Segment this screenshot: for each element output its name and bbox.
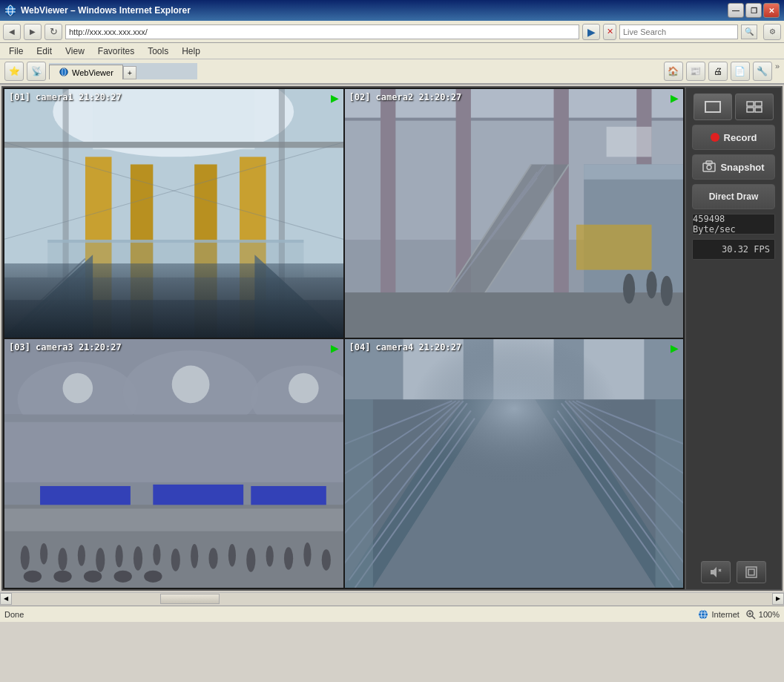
search-button[interactable]: 🔍: [741, 24, 757, 39]
svg-point-56: [172, 366, 210, 404]
record-button[interactable]: Record: [692, 125, 775, 150]
svg-rect-117: [747, 108, 754, 112]
svg-marker-122: [711, 567, 717, 577]
back-button[interactable]: ◀: [3, 24, 21, 40]
svg-point-79: [24, 571, 42, 583]
directdraw-label: Direct Draw: [709, 191, 759, 202]
svg-point-80: [53, 571, 71, 583]
ie-title-icon: [4, 4, 16, 16]
svg-point-63: [40, 543, 47, 564]
svg-point-83: [144, 571, 162, 583]
svg-rect-126: [748, 569, 754, 575]
tools-icon-button[interactable]: ⚙: [763, 24, 781, 40]
title-bar-left: WebViewer – Windows Internet Explorer: [4, 4, 191, 16]
scroll-right-button[interactable]: ▶: [772, 593, 784, 605]
camera-label-1: [01] camera1 21:20:27: [9, 92, 122, 102]
print-button[interactable]: 🖨: [708, 62, 728, 81]
refresh-button[interactable]: ↻: [45, 24, 62, 40]
minimize-button[interactable]: —: [728, 3, 744, 18]
toolbar-right: 🏠 📰 🖨 📄 🔧 »: [664, 62, 780, 81]
svg-rect-9: [4, 142, 343, 148]
svg-point-71: [191, 544, 198, 568]
menu-file[interactable]: File: [3, 44, 29, 59]
stop-button[interactable]: ✕: [603, 24, 616, 40]
svg-point-47: [622, 274, 634, 304]
tab-icon: [59, 67, 69, 79]
close-button[interactable]: ✕: [763, 3, 780, 18]
safety-button[interactable]: 🔧: [753, 62, 772, 81]
snapshot-button[interactable]: Snapshot: [692, 154, 775, 180]
svg-point-0: [5, 5, 16, 16]
camera-cell-4[interactable]: [04] camera4 21:20:27 ▶: [345, 339, 684, 588]
svg-line-132: [752, 616, 755, 619]
feeds-button[interactable]: 📡: [27, 62, 46, 81]
address-input[interactable]: [65, 24, 579, 39]
menu-edit[interactable]: Edit: [30, 44, 58, 59]
menu-favorites[interactable]: Favorites: [92, 44, 140, 59]
internet-zone: Internet: [697, 609, 739, 620]
menu-tools[interactable]: Tools: [142, 44, 174, 59]
svg-point-73: [228, 544, 236, 566]
horizontal-scrollbar: ◀ ▶: [0, 592, 784, 604]
home-button[interactable]: 🏠: [664, 62, 683, 81]
single-view-button[interactable]: [694, 94, 732, 120]
scroll-track[interactable]: [12, 593, 772, 605]
camera-cell-2[interactable]: [02] camera2 21:20:27 ▶: [345, 89, 684, 338]
page-button[interactable]: 📄: [731, 62, 750, 81]
toolbar-expander: »: [775, 62, 780, 81]
svg-rect-113: [655, 399, 683, 588]
camera-label-3: [03] camera3 21:20:27: [9, 342, 122, 353]
svg-rect-30: [345, 118, 684, 121]
audio-toggle-button[interactable]: [701, 561, 731, 583]
svg-rect-112: [345, 399, 373, 588]
camera-cell-1[interactable]: [01] camera1 21:20:27 ▶: [4, 89, 343, 338]
favorites-button[interactable]: ⭐: [4, 62, 24, 81]
svg-rect-86: [251, 486, 326, 505]
view-buttons: [691, 94, 777, 120]
status-right: Internet 100%: [697, 609, 780, 620]
quad-view-button[interactable]: [735, 94, 774, 120]
svg-rect-10: [63, 89, 69, 338]
status-text: Done: [4, 610, 24, 619]
svg-line-24: [10, 258, 85, 329]
svg-point-81: [84, 571, 102, 583]
svg-line-25: [18, 266, 85, 330]
fullscreen-button[interactable]: [737, 561, 766, 583]
svg-rect-19: [47, 240, 303, 278]
record-label: Record: [724, 132, 757, 143]
camera-audio-4: ▶: [671, 342, 679, 354]
forward-button[interactable]: ▶: [24, 24, 42, 40]
scroll-left-button[interactable]: ◀: [0, 593, 12, 605]
svg-point-67: [116, 545, 123, 567]
snapshot-label: Snapshot: [720, 162, 764, 173]
svg-rect-115: [747, 102, 754, 106]
svg-rect-114: [705, 102, 720, 112]
menu-bar: File Edit View Favorites Tools Help: [0, 43, 784, 59]
menu-help[interactable]: Help: [176, 44, 206, 59]
svg-point-4: [60, 68, 68, 76]
svg-point-48: [646, 272, 656, 299]
svg-rect-125: [746, 567, 757, 577]
svg-line-26: [25, 274, 85, 330]
svg-marker-22: [4, 255, 93, 338]
svg-rect-61: [4, 508, 343, 531]
new-tab-button[interactable]: +: [123, 66, 136, 79]
menu-view[interactable]: View: [59, 44, 90, 59]
svg-rect-84: [40, 486, 131, 505]
toolbar: ⭐ 📡 WebViewer + 🏠 📰 🖨 📄 🔧 »: [0, 59, 784, 85]
webviewer-tab[interactable]: WebViewer: [49, 65, 123, 79]
svg-point-78: [322, 549, 331, 570]
svg-point-57: [289, 373, 319, 404]
camera-label-2: [02] camera2 21:20:27: [349, 92, 462, 102]
search-input[interactable]: [619, 24, 738, 39]
svg-point-62: [21, 545, 30, 569]
scroll-thumb[interactable]: [160, 594, 220, 604]
camera-cell-3[interactable]: [03] camera3 21:20:27 ▶: [4, 339, 343, 588]
svg-rect-11: [279, 89, 285, 338]
svg-point-68: [134, 546, 142, 570]
zone-text: Internet: [712, 610, 739, 619]
directdraw-button[interactable]: Direct Draw: [692, 184, 775, 209]
rss-button[interactable]: 📰: [686, 62, 705, 81]
go-button[interactable]: ▶: [582, 24, 600, 40]
restore-button[interactable]: ❐: [745, 3, 762, 18]
